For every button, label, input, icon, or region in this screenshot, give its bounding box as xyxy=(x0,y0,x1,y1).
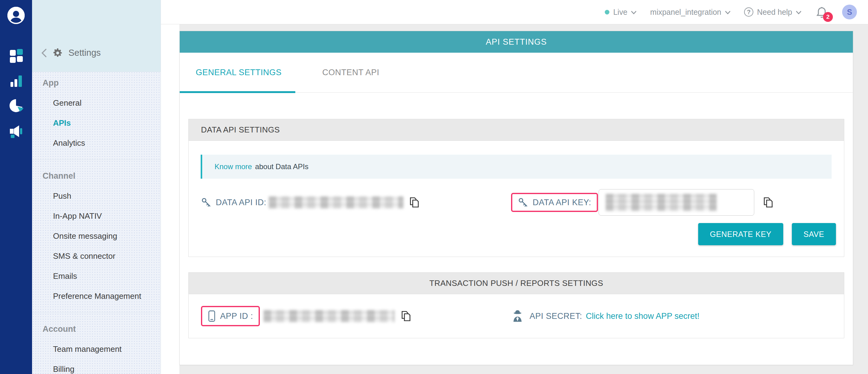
data-api-key-label: DATA API KEY: xyxy=(533,198,591,207)
app-id-value-redacted xyxy=(264,310,395,322)
know-more-text: about Data APIs xyxy=(255,162,308,171)
question-circle-icon: ? xyxy=(744,7,753,16)
tab-bar: GENERAL SETTINGS CONTENT API xyxy=(180,53,853,93)
data-api-id-field: DATA API ID: xyxy=(201,196,511,209)
megaphone-icon[interactable] xyxy=(9,124,24,139)
api-settings-card: API SETTINGS GENERAL SETTINGS CONTENT AP… xyxy=(179,31,853,365)
sidebar-item-inapp-nativ[interactable]: In-App NATIV xyxy=(32,206,161,226)
environment-label: Live xyxy=(613,8,627,16)
transaction-push-heading: TRANSACTION PUSH / REPORTS SETTINGS xyxy=(189,273,844,294)
nav-section-account: Account xyxy=(32,319,161,339)
sidebar-item-emails[interactable]: Emails xyxy=(32,266,161,286)
need-help-dropdown[interactable]: ? Need help xyxy=(744,7,801,16)
data-api-settings-heading: DATA API SETTINGS xyxy=(189,119,844,141)
data-api-key-field: DATA API KEY: xyxy=(511,189,832,216)
settings-nav: App General APIs Analytics Channel Push … xyxy=(32,72,161,374)
bar-chart-icon[interactable] xyxy=(9,73,24,89)
notifications-bell[interactable]: 2 xyxy=(815,5,829,20)
sidebar-item-analytics[interactable]: Analytics xyxy=(32,133,161,153)
data-api-key-input[interactable] xyxy=(598,189,754,216)
project-name: mixpanel_integration xyxy=(650,8,721,16)
settings-sidebar: Settings App General APIs Analytics Chan… xyxy=(32,0,161,374)
project-dropdown[interactable]: mixpanel_integration xyxy=(650,8,731,16)
copy-icon[interactable] xyxy=(409,196,420,209)
app-id-highlight: APP ID : xyxy=(201,306,260,326)
api-secret-field: API SECRET: Click here to show APP secre… xyxy=(511,309,832,323)
save-button[interactable]: SAVE xyxy=(792,223,836,245)
nav-section-app: App xyxy=(32,73,161,93)
sidebar-item-preference-management[interactable]: Preference Management xyxy=(32,286,161,306)
topbar: Live mixpanel_integration ? Need help 2 … xyxy=(161,0,868,24)
data-api-id-value-redacted xyxy=(269,196,403,209)
key-icon xyxy=(518,197,528,208)
nav-section-channel: Channel xyxy=(32,166,161,186)
api-secret-label: API SECRET: xyxy=(530,311,582,321)
generate-key-button[interactable]: GENERATE KEY xyxy=(698,223,783,245)
tab-content-api[interactable]: CONTENT API xyxy=(295,53,393,93)
nav-divider xyxy=(32,306,161,319)
data-api-key-highlight: DATA API KEY: xyxy=(511,193,598,212)
user-avatar[interactable]: S xyxy=(842,5,857,20)
copy-icon[interactable] xyxy=(401,310,412,322)
show-app-secret-link[interactable]: Click here to show APP secret! xyxy=(586,311,700,321)
sidebar-item-general[interactable]: General xyxy=(32,93,161,113)
sidebar-title: Settings xyxy=(68,48,101,58)
app-id-field: APP ID : xyxy=(201,306,511,326)
content-gutter xyxy=(161,24,179,374)
brand-logo-icon[interactable] xyxy=(7,7,25,24)
notification-count-badge: 2 xyxy=(823,12,833,22)
sidebar-item-sms-connector[interactable]: SMS & connector xyxy=(32,246,161,266)
spy-icon xyxy=(511,309,524,323)
know-more-banner: Know more about Data APIs xyxy=(201,155,832,179)
transaction-push-section: TRANSACTION PUSH / REPORTS SETTINGS APP … xyxy=(188,272,844,338)
sidebar-item-team-management[interactable]: Team management xyxy=(32,339,161,359)
app-rail xyxy=(0,0,32,374)
nav-divider xyxy=(32,153,161,166)
data-api-id-label: DATA API ID: xyxy=(216,198,266,207)
copy-icon[interactable] xyxy=(763,196,774,209)
chevron-down-icon xyxy=(725,11,731,14)
key-icon xyxy=(201,197,212,208)
back-chevron-icon[interactable] xyxy=(41,48,48,58)
dashboard-grid-icon[interactable] xyxy=(9,48,24,64)
know-more-link[interactable]: Know more xyxy=(215,162,252,171)
chevron-down-icon xyxy=(631,11,637,14)
app-id-label: APP ID : xyxy=(220,311,253,321)
sidebar-item-push[interactable]: Push xyxy=(32,186,161,206)
chevron-down-icon xyxy=(796,11,801,14)
live-status-dot xyxy=(605,10,610,14)
need-help-label: Need help xyxy=(757,8,792,16)
page-title: API SETTINGS xyxy=(180,31,853,53)
tab-general-settings[interactable]: GENERAL SETTINGS xyxy=(180,53,295,93)
sidebar-item-apis[interactable]: APIs xyxy=(32,113,161,133)
gear-icon xyxy=(53,48,63,58)
environment-dropdown[interactable]: Live xyxy=(605,8,637,16)
pie-chart-icon[interactable] xyxy=(9,98,24,113)
data-api-key-value-redacted xyxy=(606,194,717,211)
settings-sidebar-header: Settings xyxy=(32,0,161,72)
sidebar-item-billing[interactable]: Billing xyxy=(32,359,161,374)
mobile-phone-icon xyxy=(208,310,216,322)
sidebar-item-onsite-messaging[interactable]: Onsite messaging xyxy=(32,226,161,246)
data-api-settings-section: DATA API SETTINGS Know more about Data A… xyxy=(188,119,844,257)
